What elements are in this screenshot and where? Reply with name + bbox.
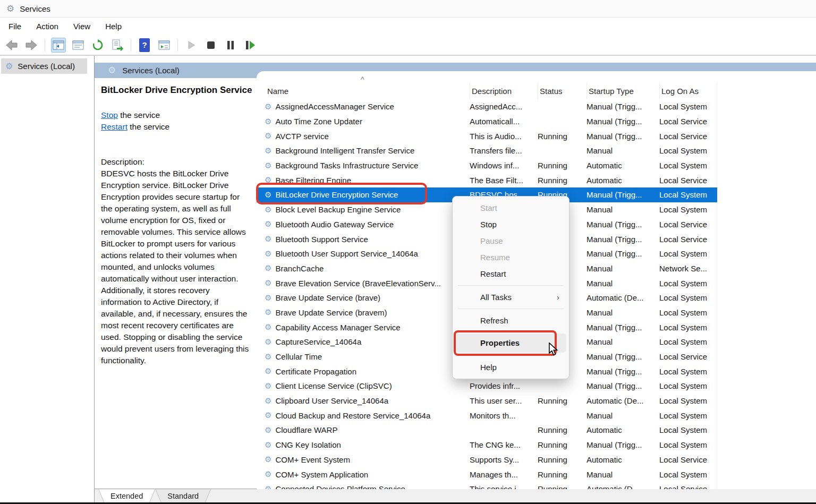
- service-gear-icon: ⚙: [265, 146, 271, 156]
- service-startup-cell: Automatic (De...: [586, 396, 659, 405]
- service-logon-cell: Local System: [659, 308, 717, 317]
- service-row[interactable]: ⚙Background Tasks Infrastructure Service…: [257, 158, 717, 173]
- context-menu-item[interactable]: Resume: [453, 249, 569, 266]
- service-gear-icon: ⚙: [265, 278, 271, 288]
- service-row[interactable]: ⚙Base Filtering Engine The Base Filt... …: [257, 173, 717, 187]
- services-gear-icon: ⚙: [108, 65, 116, 76]
- service-logon-cell: Local System: [659, 190, 717, 199]
- service-status-cell: Running: [538, 425, 586, 434]
- context-menu-item[interactable]: All Tasks›: [453, 289, 569, 305]
- service-name: BitLocker Drive Encryption Service: [275, 190, 398, 199]
- service-logon-cell: Local System: [659, 470, 717, 479]
- tree-item-services-local[interactable]: ⚙ Services (Local): [1, 58, 87, 74]
- back-icon[interactable]: [4, 38, 19, 53]
- service-row[interactable]: ⚙Background Intelligent Transfer Service…: [257, 143, 717, 158]
- panel-title: Services (Local): [122, 66, 180, 75]
- services-window: ⚙ Services FileActionViewHelp ?: [0, 0, 816, 504]
- menu-bar: FileActionViewHelp: [0, 18, 816, 35]
- service-startup-cell: Manual (Trigg...: [586, 381, 659, 390]
- service-action-link[interactable]: Restart: [101, 122, 128, 131]
- service-logon-cell: Local System: [659, 440, 717, 449]
- service-description-cell: This is Audio...: [470, 132, 538, 141]
- console-tree-pane: ⚙ Services (Local): [0, 56, 95, 504]
- menu-item[interactable]: View: [66, 19, 98, 34]
- service-startup-cell: Automatic: [586, 455, 659, 464]
- service-name: Background Tasks Infrastructure Service: [275, 161, 418, 170]
- column-header-name[interactable]: Name: [257, 83, 470, 99]
- service-row[interactable]: ⚙COM+ System Application Manages th... R…: [257, 467, 717, 482]
- column-header-startup-type[interactable]: Startup Type: [586, 83, 659, 99]
- service-action-link[interactable]: Stop: [101, 110, 118, 119]
- service-gear-icon: ⚙: [265, 440, 271, 450]
- service-logon-cell: Local Service: [659, 352, 717, 361]
- service-logon-cell: Network Se...: [659, 264, 717, 273]
- service-name: Bluetooth User Support Service_14064a: [275, 249, 418, 258]
- context-menu-item[interactable]: [458, 309, 564, 309]
- context-menu-item[interactable]: Pause: [453, 233, 569, 249]
- service-startup-cell: Manual (Trigg...: [586, 440, 659, 449]
- description-text: BDESVC hosts the BitLocker Drive Encrypt…: [101, 168, 249, 366]
- service-name: Capability Access Manager Service: [275, 323, 400, 332]
- service-logon-cell: Local System: [659, 323, 717, 332]
- column-header-description[interactable]: Description: [470, 83, 538, 99]
- view-tab[interactable]: Standard: [156, 489, 210, 504]
- service-startup-cell: Manual (Trigg...: [586, 117, 659, 126]
- start-service-icon[interactable]: [184, 38, 199, 53]
- service-startup-cell: Manual (Trigg...: [586, 102, 659, 111]
- service-row[interactable]: ⚙Cloudflare WARP Running Automatic Local…: [257, 423, 717, 438]
- service-name: AssignedAccessManager Service: [275, 102, 394, 111]
- tree-item-label: Services (Local): [18, 62, 75, 71]
- service-gear-icon: ⚙: [265, 411, 271, 420]
- restart-service-icon[interactable]: [243, 38, 258, 53]
- show-console-tree-icon[interactable]: [51, 38, 66, 53]
- service-action-link-row: Restart the service: [101, 121, 249, 133]
- menu-item[interactable]: File: [1, 19, 29, 34]
- service-logon-cell: Local System: [659, 279, 717, 288]
- forward-icon[interactable]: [24, 38, 39, 53]
- service-description-cell: Monitors th...: [470, 411, 538, 420]
- context-menu-item[interactable]: Restart: [453, 266, 569, 282]
- service-startup-cell: Automatic: [586, 425, 659, 434]
- export-list-icon[interactable]: [110, 38, 125, 53]
- view-tab[interactable]: Extended: [99, 489, 155, 504]
- service-logon-cell: Local Service: [659, 484, 717, 489]
- service-gear-icon: ⚙: [265, 175, 271, 185]
- view-tab-bar: ExtendedStandard: [95, 489, 816, 504]
- service-gear-icon: ⚙: [265, 249, 271, 259]
- menu-item[interactable]: Action: [29, 19, 66, 34]
- refresh-icon[interactable]: [90, 38, 105, 53]
- service-row[interactable]: ⚙Clipboard User Service_14064a This user…: [257, 394, 717, 408]
- context-menu-item[interactable]: Refresh: [453, 312, 569, 329]
- service-name: COM+ Event System: [275, 455, 350, 464]
- service-row[interactable]: ⚙AVCTP service This is Audio... Running …: [257, 129, 717, 143]
- service-row[interactable]: ⚙Client License Service (ClipSVC) Provid…: [257, 379, 717, 394]
- pause-service-icon[interactable]: [223, 38, 238, 53]
- service-row[interactable]: ⚙AssignedAccessManager Service AssignedA…: [257, 99, 717, 114]
- context-menu-item[interactable]: [458, 285, 564, 286]
- service-startup-cell: Manual (Trigg...: [586, 323, 659, 332]
- service-gear-icon: ⚙: [265, 161, 271, 170]
- service-row[interactable]: ⚙COM+ Event System Supports Sy... Runnin…: [257, 452, 717, 467]
- show-action-pane-icon[interactable]: [157, 38, 172, 53]
- service-description-cell: Windows inf...: [470, 161, 538, 170]
- context-menu-item[interactable]: Help: [453, 359, 569, 375]
- service-startup-cell: Manual: [586, 146, 659, 155]
- context-menu-item[interactable]: Stop: [453, 216, 569, 233]
- service-row[interactable]: ⚙Cloud Backup and Restore Service_14064a…: [257, 408, 717, 423]
- properties-icon[interactable]: [71, 38, 86, 53]
- menu-item[interactable]: Help: [98, 19, 129, 34]
- context-menu-item[interactable]: Start: [453, 200, 569, 216]
- service-startup-cell: Automatic (De...: [586, 293, 659, 302]
- stop-service-icon[interactable]: [203, 38, 218, 53]
- service-row[interactable]: ⚙Auto Time Zone Updater Automaticall... …: [257, 114, 717, 129]
- service-row[interactable]: ⚙Connected Devices Platform Service This…: [257, 482, 717, 489]
- context-menu-item[interactable]: Properties: [455, 334, 566, 353]
- help-icon[interactable]: ?: [137, 38, 152, 53]
- column-header-status[interactable]: Status: [538, 83, 586, 99]
- service-startup-cell: Manual (Trigg...: [586, 132, 659, 141]
- column-header-log-on-as[interactable]: Log On As: [659, 83, 717, 99]
- service-row[interactable]: ⚙CNG Key Isolation The CNG ke... Running…: [257, 438, 717, 452]
- window-title: Services: [20, 4, 50, 13]
- service-name: Client License Service (ClipSVC): [275, 381, 392, 390]
- service-gear-icon: ⚙: [265, 396, 271, 406]
